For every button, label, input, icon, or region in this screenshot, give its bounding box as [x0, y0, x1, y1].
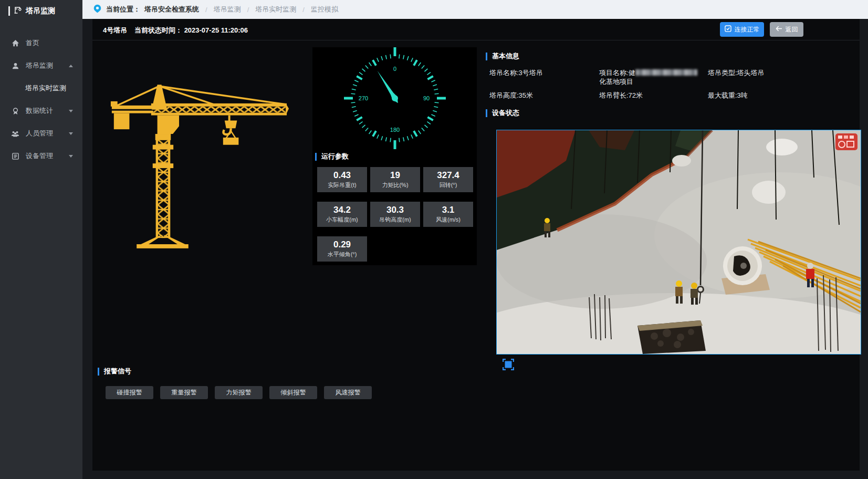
sidebar-item-personnel[interactable]: 人员管理 [0, 123, 82, 144]
param-tile: 327.4回转(°) [423, 167, 473, 192]
sidebar-item-label: 设备管理 [26, 151, 53, 161]
alarm-button-moment[interactable]: 力矩报警 [215, 386, 263, 399]
sidebar-item-label: 塔吊实时监测 [25, 84, 66, 93]
chevron-up-icon [69, 65, 73, 67]
breadcrumb-separator: / [247, 6, 249, 14]
project-name-value: 项目名称:健 化基地项目 [599, 68, 709, 86]
back-arrow-icon [776, 26, 782, 33]
param-tile: 30.3吊钩高度(m) [370, 202, 420, 227]
connect-button-label: 连接正常 [735, 25, 760, 34]
sidebar-item-label: 首页 [26, 38, 39, 48]
sidebar-logo: 塔吊监测 [0, 0, 82, 22]
sidebar-item-label: 人员管理 [26, 129, 53, 138]
sidebar-item-label: 数据统计 [26, 106, 53, 116]
main-panel: 4号塔吊 当前状态时间： 2023-07-25 11:20:06 连接正常 返回 [92, 19, 860, 471]
back-button[interactable]: 返回 [770, 22, 803, 37]
camera-watermark-icon [835, 133, 857, 150]
param-tile: 0.29水平倾角(°) [317, 236, 367, 262]
check-square-icon [725, 25, 731, 34]
basic-info-title: 基本信息 [486, 51, 861, 61]
sidebar-item-label: 塔吊监测 [26, 61, 53, 70]
rotation-gauge-panel: 0 90 180 270 运行参数 0.43实际吊重(t) 19力矩比(%) 3… [312, 47, 477, 265]
sidebar-item-data-stats[interactable]: 数据统计 [0, 100, 82, 121]
max-load-value: 最大载重:3吨 [708, 91, 748, 100]
breadcrumb-item[interactable]: 监控模拟 [311, 5, 338, 14]
fullscreen-icon[interactable] [503, 359, 514, 370]
title-accent-bar [486, 53, 487, 60]
user-icon [11, 61, 19, 70]
gauge-label-0: 0 [393, 66, 396, 72]
sidebar-item-crane-realtime[interactable]: 塔吊实时监测 [0, 78, 82, 99]
run-params-row: 0.29水平倾角(°) [317, 236, 367, 262]
param-tile: 19力矩比(%) [370, 167, 420, 192]
param-tile: 34.2小车幅度(m) [317, 202, 367, 227]
video-feed[interactable] [496, 130, 861, 355]
breadcrumb-separator: / [205, 6, 207, 14]
param-tile: 0.43实际吊重(t) [317, 167, 367, 192]
title-accent-bar [315, 153, 317, 161]
gauge-label-90: 90 [423, 95, 430, 101]
construction-site-scene [497, 130, 861, 354]
logo-bar [8, 6, 10, 16]
run-params-row: 34.2小车幅度(m) 30.3吊钩高度(m) 3.1风速(m/s) [317, 202, 473, 227]
alarm-button-wind[interactable]: 风速报警 [324, 386, 372, 399]
run-params-title: 运行参数 [315, 152, 349, 161]
run-params-row: 0.43实际吊重(t) 19力矩比(%) 327.4回转(°) [317, 167, 473, 192]
device-status-title: 设备状态 [486, 108, 519, 118]
breadcrumb-item[interactable]: 塔吊监测 [214, 5, 241, 14]
sidebar-item-device[interactable]: 设备管理 [0, 145, 82, 166]
arm-length-value: 塔吊臂长:72米 [599, 91, 709, 100]
crane-silhouette [111, 85, 289, 248]
status-bar: 4号塔吊 当前状态时间： 2023-07-25 11:20:06 连接正常 返回 [92, 19, 860, 40]
app-title: 塔吊监测 [26, 6, 55, 16]
home-icon [11, 39, 19, 47]
crane-logo-icon [14, 6, 22, 16]
alarm-button-weight[interactable]: 重量报警 [160, 386, 208, 399]
breadcrumb-separator: / [302, 6, 305, 14]
tower-crane-illustration [108, 81, 289, 260]
device-icon [11, 152, 19, 160]
chevron-down-icon [69, 110, 73, 112]
gauge-label-180: 180 [390, 127, 400, 133]
breadcrumb-root[interactable]: 塔吊安全检查系统 [144, 5, 199, 14]
title-accent-bar [486, 109, 487, 117]
status-time: 当前状态时间： 2023-07-25 11:20:06 [134, 26, 248, 35]
alarm-button-tilt[interactable]: 倾斜报警 [269, 386, 317, 399]
alarm-buttons: 碰撞报警 重量报警 力矩报警 倾斜报警 风速报警 [106, 386, 372, 399]
sidebar-item-home[interactable]: 首页 [0, 33, 82, 54]
stats-badge-icon [11, 107, 19, 115]
gauge-needle [375, 69, 401, 105]
crane-type-value: 塔吊类型:塔头塔吊 [708, 68, 765, 77]
people-icon [11, 129, 19, 138]
breadcrumb-prefix: 当前位置： [106, 5, 140, 14]
gauge-label-270: 270 [359, 95, 368, 101]
chevron-down-icon [69, 155, 73, 158]
title-accent-bar [98, 368, 99, 376]
redacted-text [635, 69, 697, 76]
connection-status-button[interactable]: 连接正常 [720, 22, 764, 37]
crane-name: 4号塔吊 [103, 26, 127, 35]
breadcrumb-item[interactable]: 塔吊实时监测 [255, 5, 296, 14]
crane-height-value: 塔吊高度:35米 [489, 91, 597, 100]
crane-name-value: 塔吊名称:3号塔吊 [489, 68, 597, 77]
alarm-section-title: 报警信号 [98, 367, 131, 376]
rotation-gauge: 0 90 180 270 [312, 47, 477, 155]
alarm-button-collision[interactable]: 碰撞报警 [106, 386, 153, 399]
back-button-label: 返回 [786, 25, 798, 34]
sidebar-item-crane-monitor[interactable]: 塔吊监测 [0, 55, 82, 76]
chevron-down-icon [69, 132, 73, 135]
basic-info-section: 基本信息 塔吊名称:3号塔吊 项目名称:健 化基地项目 塔吊类型:塔头塔吊 塔吊… [486, 51, 861, 61]
location-pin-icon [93, 4, 102, 15]
param-tile: 3.1风速(m/s) [423, 202, 473, 227]
sidebar: 塔吊监测 首页 塔吊监测 塔吊实时监测 数据统计 [0, 0, 82, 479]
breadcrumb: 当前位置： 塔吊安全检查系统 / 塔吊监测 / 塔吊实时监测 / 监控模拟 [82, 0, 868, 19]
